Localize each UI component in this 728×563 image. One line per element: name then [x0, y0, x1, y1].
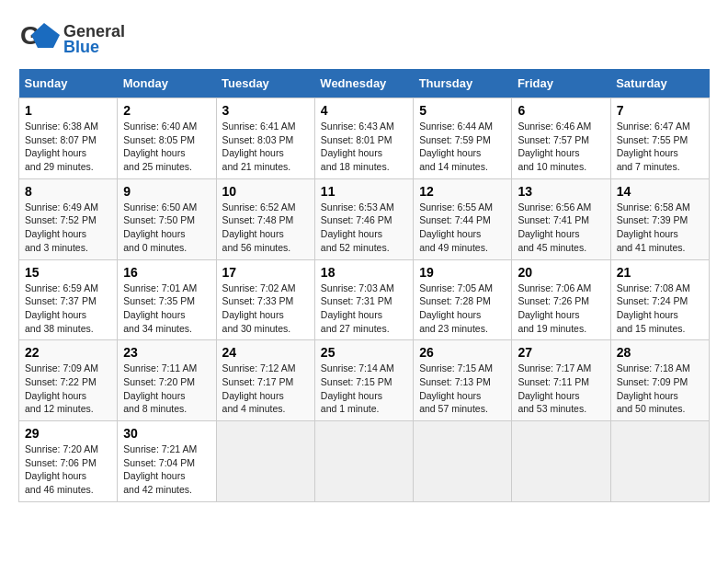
daylight-value: and 49 minutes.	[419, 241, 506, 255]
sunset-text: Sunset: 7:11 PM	[518, 375, 604, 389]
sunset-text: Sunset: 7:28 PM	[419, 294, 506, 308]
sunset-text: Sunset: 7:20 PM	[123, 375, 210, 389]
day-info: Sunrise: 7:14 AMSunset: 7:15 PMDaylight …	[321, 362, 407, 416]
sunrise-text: Sunrise: 6:59 AM	[25, 282, 111, 295]
daylight-label: Daylight hours	[617, 389, 703, 403]
daylight-label: Daylight hours	[518, 308, 604, 322]
calendar-day-cell: 24Sunrise: 7:12 AMSunset: 7:17 PMDayligh…	[216, 340, 314, 421]
day-number: 3	[222, 103, 309, 118]
sunrise-text: Sunrise: 6:58 AM	[617, 201, 703, 214]
daylight-label: Daylight hours	[419, 146, 506, 160]
daylight-value: and 30 minutes.	[222, 322, 309, 336]
daylight-value: and 52 minutes.	[321, 241, 407, 255]
daylight-label: Daylight hours	[419, 308, 506, 322]
sunset-text: Sunset: 7:17 PM	[222, 375, 309, 389]
sunset-text: Sunset: 7:15 PM	[321, 375, 407, 389]
sunrise-text: Sunrise: 7:18 AM	[617, 362, 703, 375]
calendar-week-row: 1Sunrise: 6:38 AMSunset: 8:07 PMDaylight…	[19, 98, 710, 179]
daylight-label: Daylight hours	[518, 146, 604, 160]
daylight-label: Daylight hours	[222, 308, 309, 322]
day-number: 27	[518, 345, 604, 360]
calendar-day-cell: 17Sunrise: 7:02 AMSunset: 7:33 PMDayligh…	[216, 259, 314, 340]
sunrise-text: Sunrise: 7:01 AM	[123, 282, 210, 295]
day-number: 16	[123, 265, 210, 280]
sunrise-text: Sunrise: 7:12 AM	[222, 362, 309, 375]
daylight-label: Daylight hours	[222, 389, 309, 403]
logo: GGeneralBlue	[18, 18, 125, 60]
day-info: Sunrise: 7:18 AMSunset: 7:09 PMDaylight …	[617, 362, 703, 416]
calendar-day-cell: 10Sunrise: 6:52 AMSunset: 7:48 PMDayligh…	[216, 178, 314, 259]
daylight-value: and 8 minutes.	[123, 402, 210, 416]
day-number: 11	[321, 184, 407, 199]
daylight-label: Daylight hours	[518, 389, 604, 403]
sunrise-text: Sunrise: 6:53 AM	[321, 201, 407, 214]
day-info: Sunrise: 7:20 AMSunset: 7:06 PMDaylight …	[25, 442, 111, 497]
daylight-value: and 53 minutes.	[518, 402, 604, 416]
daylight-label: Daylight hours	[25, 469, 111, 483]
daylight-value: and 38 minutes.	[25, 322, 111, 336]
day-number: 17	[222, 265, 309, 280]
day-info: Sunrise: 7:01 AMSunset: 7:35 PMDaylight …	[123, 282, 210, 336]
daylight-label: Daylight hours	[321, 308, 407, 322]
day-number: 8	[25, 184, 111, 199]
sunset-text: Sunset: 8:03 PM	[222, 133, 309, 147]
daylight-label: Daylight hours	[321, 389, 407, 403]
calendar-week-row: 22Sunrise: 7:09 AMSunset: 7:22 PMDayligh…	[19, 340, 710, 421]
day-number: 7	[617, 103, 703, 118]
daylight-label: Daylight hours	[222, 227, 309, 241]
sunrise-text: Sunrise: 7:05 AM	[419, 282, 506, 295]
sunset-text: Sunset: 7:04 PM	[123, 456, 210, 470]
day-info: Sunrise: 7:05 AMSunset: 7:28 PMDaylight …	[419, 282, 506, 336]
day-info: Sunrise: 7:11 AMSunset: 7:20 PMDaylight …	[123, 362, 210, 416]
daylight-value: and 41 minutes.	[617, 241, 703, 255]
daylight-label: Daylight hours	[25, 146, 111, 160]
day-info: Sunrise: 7:12 AMSunset: 7:17 PMDaylight …	[222, 362, 309, 416]
day-info: Sunrise: 6:55 AMSunset: 7:44 PMDaylight …	[419, 201, 506, 255]
day-number: 13	[518, 184, 604, 199]
day-info: Sunrise: 7:15 AMSunset: 7:13 PMDaylight …	[419, 362, 506, 416]
day-number: 28	[617, 345, 703, 360]
day-info: Sunrise: 6:53 AMSunset: 7:46 PMDaylight …	[321, 201, 407, 255]
sunset-text: Sunset: 7:41 PM	[518, 213, 604, 227]
day-number: 9	[123, 184, 210, 199]
day-number: 5	[419, 103, 506, 118]
day-info: Sunrise: 7:17 AMSunset: 7:11 PMDaylight …	[518, 362, 604, 416]
sunrise-text: Sunrise: 6:47 AM	[617, 120, 703, 133]
sunrise-text: Sunrise: 7:08 AM	[617, 282, 703, 295]
day-number: 22	[25, 345, 111, 360]
daylight-value: and 15 minutes.	[617, 322, 703, 336]
sunrise-text: Sunrise: 6:56 AM	[518, 201, 604, 214]
daylight-label: Daylight hours	[617, 146, 703, 160]
day-number: 21	[617, 265, 703, 280]
sunrise-text: Sunrise: 6:41 AM	[222, 120, 309, 133]
daylight-value: and 42 minutes.	[123, 483, 210, 497]
day-number: 10	[222, 184, 309, 199]
daylight-label: Daylight hours	[123, 227, 210, 241]
daylight-label: Daylight hours	[419, 389, 506, 403]
calendar-day-cell: 15Sunrise: 6:59 AMSunset: 7:37 PMDayligh…	[19, 259, 118, 340]
sunrise-text: Sunrise: 7:21 AM	[123, 442, 210, 456]
calendar-day-cell: 28Sunrise: 7:18 AMSunset: 7:09 PMDayligh…	[610, 340, 709, 421]
general-blue-logo-icon: G	[18, 18, 60, 60]
weekday-header-thursday: Thursday	[414, 69, 512, 98]
calendar-day-cell: 16Sunrise: 7:01 AMSunset: 7:35 PMDayligh…	[118, 259, 216, 340]
calendar-table: SundayMondayTuesdayWednesdayThursdayFrid…	[18, 69, 710, 502]
calendar-day-cell	[216, 421, 314, 502]
day-info: Sunrise: 6:41 AMSunset: 8:03 PMDaylight …	[222, 120, 309, 174]
sunrise-text: Sunrise: 6:43 AM	[321, 120, 407, 133]
daylight-label: Daylight hours	[321, 227, 407, 241]
daylight-value: and 23 minutes.	[419, 322, 506, 336]
day-number: 23	[123, 345, 210, 360]
day-info: Sunrise: 6:44 AMSunset: 7:59 PMDaylight …	[419, 120, 506, 174]
sunrise-text: Sunrise: 7:11 AM	[123, 362, 210, 375]
daylight-value: and 18 minutes.	[321, 160, 407, 174]
day-number: 6	[518, 103, 604, 118]
day-number: 15	[25, 265, 111, 280]
day-info: Sunrise: 7:06 AMSunset: 7:26 PMDaylight …	[518, 282, 604, 336]
day-info: Sunrise: 6:52 AMSunset: 7:48 PMDaylight …	[222, 201, 309, 255]
day-info: Sunrise: 6:38 AMSunset: 8:07 PMDaylight …	[25, 120, 111, 174]
calendar-day-cell: 19Sunrise: 7:05 AMSunset: 7:28 PMDayligh…	[414, 259, 512, 340]
daylight-value: and 10 minutes.	[518, 160, 604, 174]
calendar-day-cell: 14Sunrise: 6:58 AMSunset: 7:39 PMDayligh…	[610, 178, 709, 259]
sunset-text: Sunset: 7:22 PM	[25, 375, 111, 389]
